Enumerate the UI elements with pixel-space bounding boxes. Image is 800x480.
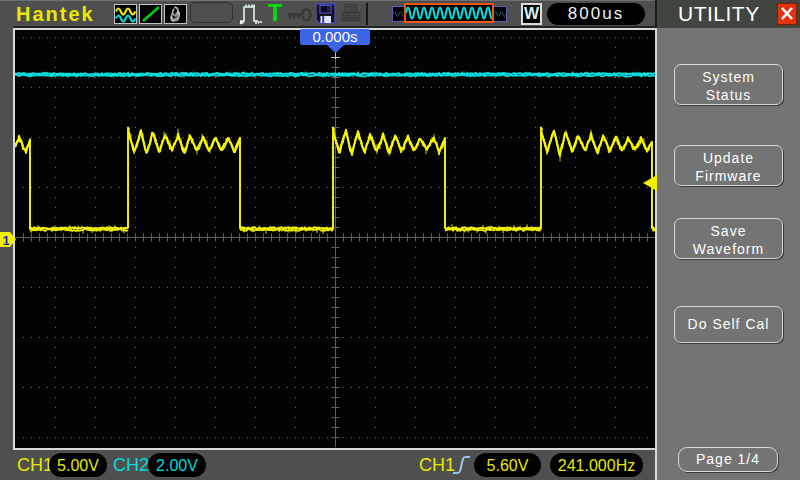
svg-text:1: 1 [3,233,10,248]
